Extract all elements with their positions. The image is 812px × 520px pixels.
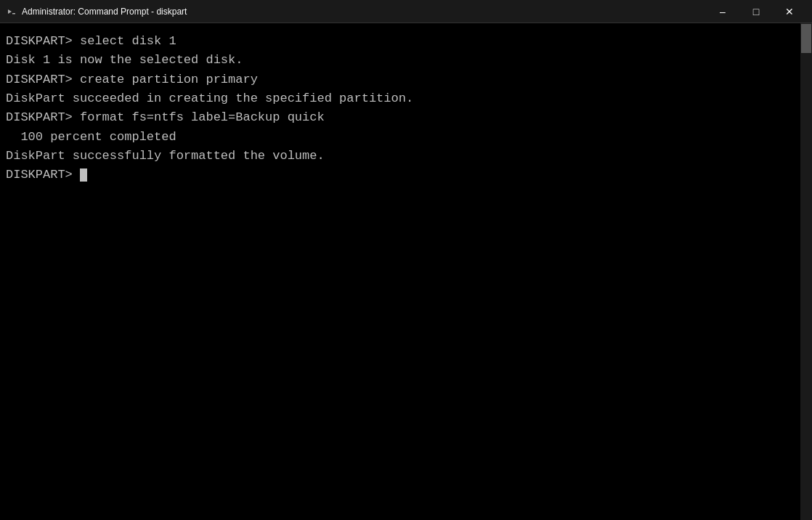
- scrollbar[interactable]: [800, 23, 812, 520]
- console-line: DiskPart successfully formatted the volu…: [6, 147, 806, 166]
- maximize-button[interactable]: □: [739, 0, 773, 23]
- title-bar-left: Administrator: Command Prompt - diskpart: [6, 6, 187, 17]
- console-line: Disk 1 is now the selected disk.: [6, 51, 806, 70]
- console-area: DISKPART> select disk 1 Disk 1 is now th…: [0, 23, 812, 520]
- close-button[interactable]: ✕: [773, 0, 806, 23]
- title-bar-controls: – □ ✕: [706, 0, 806, 23]
- minimize-button[interactable]: –: [706, 0, 739, 23]
- scrollbar-thumb[interactable]: [801, 24, 811, 53]
- window: Administrator: Command Prompt - diskpart…: [0, 0, 812, 520]
- console-line: DISKPART> format fs=ntfs label=Backup qu…: [6, 108, 806, 127]
- console-line: DiskPart succeeded in creating the speci…: [6, 89, 806, 108]
- console-line: DISKPART> select disk 1: [6, 32, 806, 51]
- cursor: [80, 168, 87, 182]
- cmd-icon: [6, 6, 17, 17]
- window-title: Administrator: Command Prompt - diskpart: [22, 7, 187, 17]
- title-bar: Administrator: Command Prompt - diskpart…: [0, 0, 812, 23]
- console-line: DISKPART> create partition primary: [6, 70, 806, 89]
- console-prompt-line: DISKPART>: [6, 166, 806, 184]
- svg-rect-2: [12, 13, 15, 15]
- console-line: 100 percent completed: [6, 128, 806, 147]
